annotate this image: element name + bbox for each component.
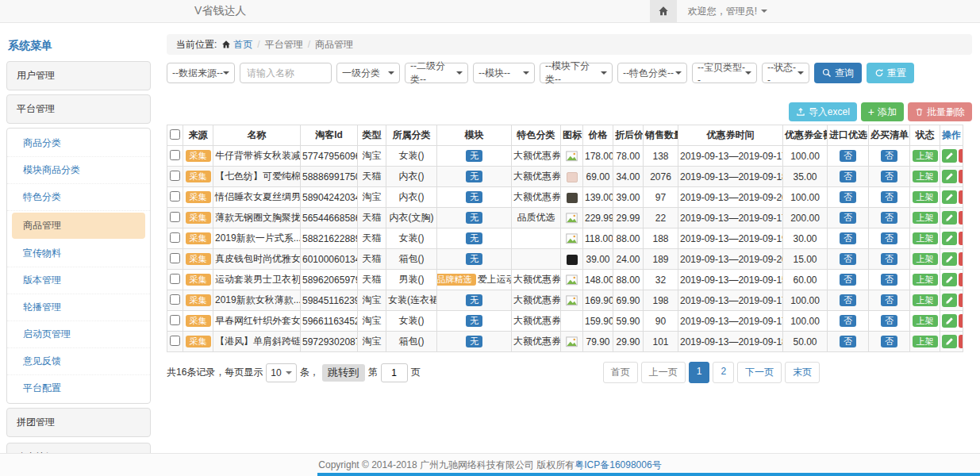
icp-link[interactable]: 粤ICP备16098006号 [575,459,661,472]
import-toggle[interactable]: 否 [840,212,856,224]
filter-status-select[interactable]: --状态-- [762,63,809,83]
delete-button[interactable] [959,190,963,204]
status-badge[interactable]: 上架 [913,294,938,306]
status-badge[interactable]: 上架 [913,274,938,286]
row-checkbox[interactable] [170,212,180,222]
filter-level2-select[interactable]: --二级分类-- [405,63,468,83]
page-button-2[interactable]: 2 [713,362,734,383]
status-badge[interactable]: 上架 [913,315,938,327]
import-toggle[interactable]: 否 [840,274,856,286]
sidebar-group-platform[interactable]: 平台管理 [6,94,151,124]
edit-button[interactable] [942,314,957,328]
module-none-badge[interactable]: 无 [466,191,482,203]
status-badge[interactable]: 上架 [913,191,938,203]
jump-button[interactable]: 跳转到 [322,364,365,382]
filter-module-sub-select[interactable]: --模块下分类-- [540,63,613,83]
row-checkbox[interactable] [170,171,180,181]
sidebar-group-0[interactable]: 拼团管理 [6,408,151,437]
must-buy-toggle[interactable]: 否 [881,191,897,203]
filter-level1-select[interactable]: 一级分类 [336,63,400,83]
status-badge[interactable]: 上架 [913,171,938,182]
batch-delete-button[interactable]: 批量删除 [908,102,972,121]
edit-button[interactable] [942,149,957,163]
per-page-select[interactable]: 10 [266,363,296,382]
status-badge[interactable]: 上架 [913,150,938,162]
row-checkbox[interactable] [170,150,180,160]
module-none-badge[interactable]: 无 [466,150,482,162]
sidebar-item-1[interactable]: 模块商品分类 [7,157,150,184]
delete-button[interactable] [959,232,963,245]
edit-button[interactable] [942,273,957,286]
filter-special-select[interactable]: --特色分类-- [617,63,687,83]
import-toggle[interactable]: 否 [840,253,856,265]
status-badge[interactable]: 上架 [913,336,938,347]
module-none-badge[interactable]: 无 [466,171,482,182]
import-toggle[interactable]: 否 [840,315,856,327]
module-none-badge[interactable]: 无 [466,315,482,327]
sidebar-item-9[interactable]: 平台配置 [7,375,150,401]
status-badge[interactable]: 上架 [913,253,938,265]
sidebar-item-4[interactable]: 宣传物料 [7,240,150,267]
module-none-badge[interactable]: 无 [466,212,482,224]
delete-button[interactable] [959,211,963,225]
home-button[interactable] [650,0,677,22]
delete-button[interactable] [959,273,963,286]
status-badge[interactable]: 上架 [913,212,938,224]
page-button-首页[interactable]: 首页 [603,362,638,383]
import-toggle[interactable]: 否 [840,171,856,182]
delete-button[interactable] [959,335,963,348]
must-buy-toggle[interactable]: 否 [881,232,897,244]
page-button-上一页[interactable]: 上一页 [641,362,686,383]
import-toggle[interactable]: 否 [840,294,856,306]
add-button[interactable]: + 添加 [861,102,904,121]
must-buy-toggle[interactable]: 否 [881,212,897,224]
filter-module-select[interactable]: --模块-- [473,63,535,83]
must-buy-toggle[interactable]: 否 [881,294,897,306]
import-excel-button[interactable]: 导入excel [789,102,857,121]
module-none-badge[interactable]: 无 [466,336,482,347]
sidebar-item-5[interactable]: 版本管理 [7,267,150,294]
edit-button[interactable] [942,190,957,204]
delete-button[interactable] [959,294,963,307]
edit-button[interactable] [942,232,957,245]
module-badge[interactable]: 品牌精选 [437,274,476,286]
sidebar-item-7[interactable]: 启动页管理 [7,321,150,348]
module-none-badge[interactable]: 无 [466,232,482,244]
breadcrumb-home-link[interactable]: 首页 [221,38,252,52]
must-buy-toggle[interactable]: 否 [881,253,897,265]
filter-item-type-select[interactable]: --宝贝类型-- [692,63,757,83]
import-toggle[interactable]: 否 [840,191,856,203]
must-buy-toggle[interactable]: 否 [881,315,897,327]
delete-button[interactable] [959,170,963,183]
import-toggle[interactable]: 否 [840,150,856,162]
delete-button[interactable] [959,252,963,266]
edit-button[interactable] [942,294,957,307]
module-none-badge[interactable]: 无 [466,294,482,306]
edit-button[interactable] [942,335,957,348]
row-checkbox[interactable] [170,232,180,243]
status-badge[interactable]: 上架 [913,232,938,244]
select-all-checkbox[interactable] [170,129,180,140]
sidebar-item-3[interactable]: 商品管理 [12,213,145,239]
edit-button[interactable] [942,211,957,225]
page-button-1[interactable]: 1 [689,362,710,383]
sidebar-item-0[interactable]: 商品分类 [7,130,150,157]
page-button-下一页[interactable]: 下一页 [737,362,782,383]
row-checkbox[interactable] [170,315,180,325]
edit-button[interactable] [942,252,957,266]
row-checkbox[interactable] [170,336,180,346]
must-buy-toggle[interactable]: 否 [881,274,897,286]
reset-button[interactable]: 重置 [867,63,914,83]
user-menu[interactable]: 欢迎您，管理员! [688,5,767,18]
row-checkbox[interactable] [170,294,180,305]
row-checkbox[interactable] [170,274,180,284]
query-button[interactable]: 查询 [814,63,862,83]
sidebar-item-8[interactable]: 意见反馈 [7,348,150,375]
sidebar-item-6[interactable]: 轮播管理 [7,294,150,321]
edit-button[interactable] [942,170,957,183]
filter-name-input[interactable] [240,63,332,83]
page-button-末页[interactable]: 末页 [785,362,820,383]
must-buy-toggle[interactable]: 否 [881,336,897,347]
module-none-badge[interactable]: 无 [466,253,482,265]
sidebar-item-2[interactable]: 特色分类 [7,184,150,211]
